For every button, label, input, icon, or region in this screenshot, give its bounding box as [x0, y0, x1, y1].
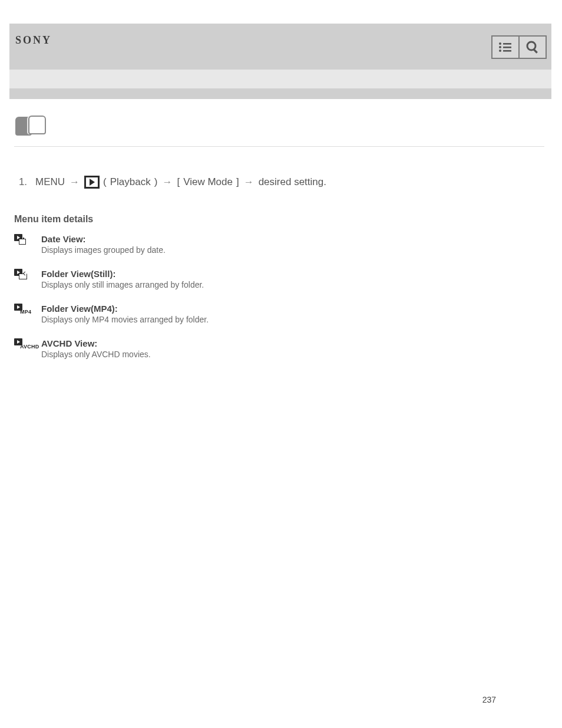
option-description: Displays only AVCHD movies.	[41, 350, 151, 359]
header-bar: SONY	[9, 24, 551, 70]
header-buttons	[491, 35, 547, 59]
arrow-icon: →	[161, 170, 173, 194]
page: SONY	[0, 0, 562, 728]
options-list: Date View: Displays images grouped by da…	[14, 234, 544, 359]
playback-paren-close: )	[154, 170, 158, 194]
section-tabs-icon	[15, 116, 49, 137]
svg-rect-1	[503, 43, 511, 45]
svg-point-0	[499, 42, 501, 45]
date-view-icon	[14, 234, 35, 246]
search-icon-button[interactable]	[518, 35, 547, 59]
option-folder-view-still: Folder View(Still): Displays only still …	[14, 269, 544, 289]
option-label: AVCHD View:	[41, 338, 151, 348]
header-area: SONY	[9, 24, 551, 99]
mp4-tag: MP4	[20, 309, 31, 315]
list-icon	[498, 42, 513, 52]
playback-paren-open: (	[103, 170, 107, 194]
list-icon-button[interactable]	[491, 35, 520, 59]
step-number-icon: 1.	[14, 173, 32, 191]
brand-logo: SONY	[15, 34, 52, 47]
view-mode-close: ]	[236, 170, 239, 194]
folder-view-still-icon	[14, 269, 35, 281]
desired-setting-text: desired setting.	[259, 170, 326, 194]
divider	[14, 146, 544, 147]
header-bottom-stripe	[9, 88, 551, 99]
option-avchd-view: AVCHD AVCHD View: Displays only AVCHD mo…	[14, 338, 544, 359]
svg-point-4	[499, 50, 501, 52]
option-description: Displays only MP4 movies arranged by fol…	[41, 315, 209, 324]
section-header-bar	[9, 70, 551, 88]
svg-rect-3	[503, 47, 511, 48]
option-label: Date View:	[41, 234, 166, 244]
menu-item-details-heading: Menu item details	[14, 214, 544, 225]
arrow-icon: →	[68, 170, 81, 194]
option-folder-view-mp4: MP4 Folder View(MP4): Displays only MP4 …	[14, 304, 544, 324]
view-mode-label: View Mode	[183, 170, 233, 194]
option-date-view: Date View: Displays images grouped by da…	[14, 234, 544, 255]
avchd-view-icon: AVCHD	[14, 338, 35, 350]
option-label: Folder View(Still):	[41, 269, 204, 279]
arrow-icon: →	[243, 170, 255, 194]
search-icon	[525, 40, 540, 54]
option-description: Displays only still images arranged by f…	[41, 280, 204, 289]
content: 1. MENU → ( Playback ) → [ View Mode ] →…	[14, 141, 544, 373]
option-label: Folder View(MP4):	[41, 304, 209, 314]
instruction-row: 1. MENU → ( Playback ) → [ View Mode ] →…	[14, 170, 544, 194]
playback-label: Playback	[110, 170, 151, 194]
svg-rect-5	[503, 50, 511, 52]
option-description: Displays images grouped by date.	[41, 245, 166, 255]
view-mode-open: [	[177, 170, 180, 194]
folder-view-mp4-icon: MP4	[14, 304, 35, 315]
playback-icon	[84, 176, 100, 189]
svg-point-2	[499, 46, 501, 48]
avchd-tag: AVCHD	[20, 344, 39, 350]
page-number: 237	[482, 695, 496, 704]
menu-label: MENU	[35, 170, 65, 194]
